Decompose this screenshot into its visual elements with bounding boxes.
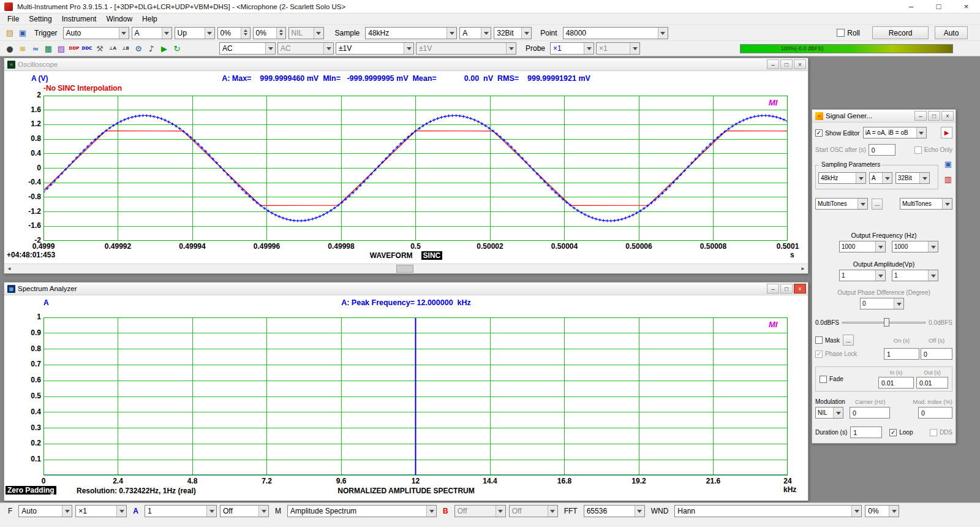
frequency-axis-select[interactable]: Auto [18, 505, 72, 517]
oscilloscope-titlebar[interactable]: ≈ Oscilloscope – □ × [4, 58, 808, 71]
phase-difference-select[interactable]: 0 [860, 298, 904, 309]
generator-channel-select[interactable]: A [869, 172, 892, 184]
sampling-channel-select[interactable]: A [459, 27, 491, 39]
range-a-select[interactable]: ±1V [336, 42, 414, 55]
mask-more-button[interactable]: ... [843, 335, 854, 346]
menu-setting[interactable]: Setting [24, 13, 56, 25]
frequency-b-select[interactable]: 1000 [892, 241, 938, 252]
fft-size-select[interactable]: 65536 [584, 505, 645, 517]
x-scale-select[interactable]: ×1 [75, 505, 127, 517]
sampling-rate-select[interactable]: 48kHz [365, 27, 457, 39]
open-file-icon[interactable]: ▤ [4, 28, 16, 39]
amplitude-b-select[interactable]: 1 [892, 270, 938, 281]
display-mode-select[interactable]: Amplitude Spectrum [287, 505, 437, 517]
modulation-type-select[interactable]: NIL [815, 407, 843, 419]
signal-generator-maximize-button[interactable]: □ [928, 111, 940, 121]
loop-checkbox[interactable]: ✓Loop [889, 429, 913, 436]
signal-chart-icon[interactable]: ▥ [942, 173, 954, 184]
trigger-edge-select[interactable]: Up [175, 27, 215, 39]
routing-select[interactable]: iA = oA, iB = oB [863, 127, 927, 138]
oscilloscope-icon[interactable]: ≈ [29, 43, 42, 54]
zero-padding-badge[interactable]: Zero Padding [6, 486, 56, 495]
generator-sampling-rate-select[interactable]: 48kHz [818, 172, 866, 184]
spectrum-3d-plot-icon[interactable]: ▨ [55, 43, 67, 54]
oscilloscope-maximize-button[interactable]: □ [780, 59, 793, 69]
oscilloscope-minimize-button[interactable]: – [767, 59, 779, 69]
restart-icon[interactable]: ↻ [171, 43, 183, 54]
amplitude-balance-slider[interactable] [842, 317, 925, 328]
save-file-icon[interactable]: ▣ [17, 28, 29, 39]
duration-input[interactable]: 1 [850, 427, 882, 438]
spinner-arrows-icon[interactable] [276, 28, 285, 39]
oscilloscope-hscrollbar[interactable]: ◄ ► [4, 264, 808, 273]
stop-icon[interactable]: ● [4, 43, 16, 54]
signal-generator-minimize-button[interactable]: – [914, 111, 927, 121]
coupling-a-select[interactable]: AC [219, 42, 276, 55]
waveform-a-select[interactable]: MultiTones [815, 198, 868, 210]
marker-b-icon[interactable]: ⊥B [119, 43, 132, 54]
start-osc-input[interactable]: 0 [869, 144, 895, 156]
maximize-button[interactable]: □ [925, 0, 952, 13]
marker-a-icon[interactable]: ⊥A [107, 43, 119, 54]
sinc-mode-badge[interactable]: SINC [421, 251, 443, 260]
run-icon[interactable]: ▶ [158, 43, 170, 54]
amplitude-a-select[interactable]: 1 [839, 270, 886, 281]
dds-checkbox[interactable]: DDS [930, 429, 952, 436]
trigger-mode-select[interactable]: Auto [63, 27, 129, 39]
save-signal-icon[interactable]: ▣ [942, 158, 954, 169]
spectrum-analyzer-icon[interactable]: ▦ [42, 43, 55, 54]
record-button[interactable]: Record [872, 26, 929, 39]
spectrum-minimize-button[interactable]: – [767, 284, 779, 294]
show-editor-checkbox[interactable]: ✓Show Editor [815, 129, 860, 137]
fade-in-input[interactable]: 0.01 [878, 377, 914, 389]
generator-play-icon[interactable]: ▶ [941, 127, 952, 138]
slider-thumb[interactable] [884, 318, 889, 327]
multimeter-icon[interactable]: ≋ [17, 43, 29, 54]
signal-generator-titlebar[interactable]: ≈ Signal Gener... – □ × [812, 110, 956, 123]
trigger-level-spinner[interactable]: 0% [217, 27, 251, 39]
echo-only-checkbox[interactable]: Echo Only [914, 146, 952, 154]
oscilloscope-close-button[interactable]: × [794, 59, 806, 69]
overlap-select[interactable]: 0% [865, 505, 899, 517]
carrier-input[interactable]: 0 [850, 407, 890, 419]
trigger-delay-spinner[interactable]: 0% [253, 27, 286, 39]
ddp-icon[interactable]: DDP [68, 43, 80, 54]
menu-file[interactable]: File [2, 13, 24, 25]
sound-device-icon[interactable]: ♪ [145, 43, 157, 54]
spectrum-maximize-button[interactable]: □ [780, 284, 793, 294]
waveform-a-more-button[interactable]: ... [872, 199, 883, 210]
ddc-icon[interactable]: DDC [81, 43, 93, 54]
phase-lock-off-input[interactable]: 0 [921, 348, 952, 360]
hammer-icon[interactable]: ⚒ [94, 43, 106, 54]
phase-lock-checkbox[interactable]: ✓Phase Lock [815, 351, 857, 358]
spinner-arrows-icon[interactable] [241, 28, 250, 39]
close-button[interactable]: × [952, 0, 980, 13]
frequency-a-select[interactable]: 1000 [839, 241, 886, 252]
tools-icon[interactable]: ⚙ [132, 43, 145, 54]
channel-a-mode-select[interactable]: Off [220, 505, 269, 517]
mask-checkbox[interactable]: Mask [815, 336, 840, 344]
menu-instrument[interactable]: Instrument [57, 13, 102, 25]
spectrum-titlebar[interactable]: ▦ Spectrum Analyzer – □ × [4, 282, 808, 295]
minimize-button[interactable]: – [897, 0, 925, 13]
waveform-b-select[interactable]: MultiTones [900, 198, 952, 210]
fade-checkbox[interactable]: Fade [820, 376, 843, 383]
menu-window[interactable]: Window [101, 13, 137, 25]
channel-a-gain-select[interactable]: 1 [145, 505, 217, 517]
auto-button[interactable]: Auto [935, 26, 968, 39]
phase-lock-on-input[interactable]: 1 [884, 348, 919, 360]
window-function-select[interactable]: Hann [674, 505, 862, 517]
roll-checkbox[interactable]: Roll [837, 29, 860, 37]
fade-out-input[interactable]: 0.01 [916, 377, 948, 389]
scroll-thumb[interactable] [396, 265, 413, 273]
trigger-source-select[interactable]: A [132, 27, 172, 39]
scroll-right-icon[interactable]: ► [798, 264, 808, 273]
menu-help[interactable]: Help [137, 13, 162, 25]
generator-bit-depth-select[interactable]: 32Bit [895, 172, 930, 184]
probe-a-select[interactable]: ×1 [550, 42, 594, 55]
spectrum-close-button[interactable]: × [794, 284, 806, 294]
record-length-select[interactable]: 48000 [563, 27, 668, 39]
signal-generator-close-button[interactable]: × [941, 111, 954, 121]
mod-index-input[interactable]: 0 [918, 407, 952, 419]
bit-depth-select[interactable]: 32Bit [494, 27, 532, 39]
